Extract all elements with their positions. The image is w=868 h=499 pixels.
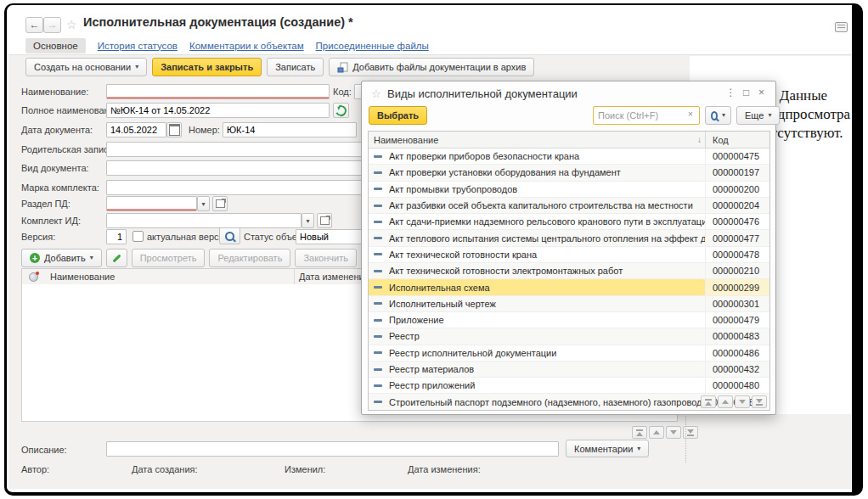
list-item[interactable]: Акт проверки приборов безопасности крана…: [369, 149, 769, 164]
favorite-star-icon[interactable]: ☆: [371, 87, 381, 100]
column-code[interactable]: Код: [705, 132, 769, 148]
catalog-item-icon: [374, 221, 382, 223]
go-next-button[interactable]: [666, 426, 681, 439]
version-input[interactable]: [106, 229, 127, 244]
table-nav-buttons: [632, 426, 698, 439]
set-mark-label: Марка комплекта:: [21, 182, 99, 193]
version-search-button[interactable]: [219, 227, 240, 244]
view-button[interactable]: Просмотреть: [132, 249, 206, 267]
tab-attached-files[interactable]: Присоединенные файлы: [316, 41, 429, 51]
search-icon: [225, 232, 234, 241]
edit-button[interactable]: Редактировать: [209, 249, 290, 267]
arrow-down-icon: [739, 400, 746, 404]
item-code: 000000478: [705, 247, 769, 262]
list-item[interactable]: Исполнительная схема000000299: [369, 278, 769, 294]
add-button[interactable]: + Добавить ▾: [21, 249, 102, 267]
list-item[interactable]: Акт теплового испытания системы централь…: [369, 229, 769, 245]
column-date-modified[interactable]: Дата изменения: [299, 272, 369, 282]
arrow-down-icon: [687, 429, 694, 434]
list-item[interactable]: Исполнительный чертеж000000301: [369, 295, 769, 311]
clear-search-icon[interactable]: ×: [688, 109, 693, 119]
catalog-item-icon: [374, 270, 382, 272]
list-item[interactable]: Акт промывки трубопроводов000000200: [369, 181, 769, 197]
actual-version-checkbox[interactable]: [132, 231, 144, 242]
refresh-button[interactable]: [333, 103, 349, 118]
pd-section-dropdown-button[interactable]: ▾: [197, 196, 210, 211]
item-name: Акт проверки установки оборудования на ф…: [389, 167, 705, 177]
item-code: 000000204: [705, 198, 769, 213]
item-code: 000000479: [705, 312, 769, 328]
go-first-button[interactable]: [632, 426, 647, 439]
pd-section-input[interactable]: [106, 196, 197, 211]
chevron-down-icon: ▾: [135, 64, 138, 70]
list-item[interactable]: Акт разбивки осей объекта капитального с…: [369, 197, 769, 213]
arrow-down-icon: [670, 430, 677, 435]
add-files-to-archive-button[interactable]: Добавить файлы документации в архив: [329, 58, 534, 76]
item-name: Акт сдачи-приемки надземного рельсового …: [389, 216, 705, 227]
description-input[interactable]: [106, 441, 559, 457]
forward-button[interactable]: →: [43, 17, 61, 33]
comments-button[interactable]: Комментарии ▾: [566, 440, 649, 457]
item-code: 000000475: [705, 149, 769, 164]
save-and-close-button[interactable]: Записать и закрыть: [152, 58, 262, 76]
name-label: Наименование:: [21, 87, 88, 97]
id-set-dropdown-button[interactable]: ▾: [302, 213, 314, 228]
item-code: 000000210: [705, 263, 769, 278]
tab-main[interactable]: Основное: [25, 38, 86, 53]
go-first-button[interactable]: [701, 395, 716, 408]
add-label: Добавить: [44, 253, 86, 263]
column-name[interactable]: Наименование: [50, 272, 115, 282]
search-input[interactable]: [593, 106, 700, 125]
maximize-icon[interactable]: □: [739, 86, 753, 100]
favorite-star-icon[interactable]: ☆: [66, 18, 77, 31]
finish-button[interactable]: Закончить: [295, 249, 357, 267]
dialog-menu-icon[interactable]: ⋮: [724, 86, 738, 100]
id-set-input[interactable]: [106, 213, 302, 228]
close-icon[interactable]: ×: [754, 86, 769, 100]
tab-object-comments[interactable]: Комментарии к объектам: [189, 41, 304, 51]
save-and-close-label: Записать и закрыть: [161, 62, 253, 72]
pd-section-open-button[interactable]: [212, 196, 228, 211]
catalog-item-icon: [374, 368, 382, 371]
go-next-button[interactable]: [735, 395, 750, 408]
form-settings-icon[interactable]: [835, 22, 848, 32]
calendar-button[interactable]: [166, 122, 182, 137]
column-name[interactable]: Наименование ↓: [369, 135, 705, 145]
list-item[interactable]: Акт проверки установки оборудования на ф…: [369, 164, 769, 180]
id-set-open-button[interactable]: [317, 213, 332, 228]
go-prev-button[interactable]: [718, 395, 733, 408]
item-name: Реестр материалов: [389, 364, 705, 374]
list-item[interactable]: Акт технической готовности электромонтаж…: [369, 262, 769, 278]
more-button[interactable]: Еще ▾: [736, 106, 780, 125]
item-name: Реестр приложений: [389, 380, 705, 390]
item-code: 000000483: [705, 328, 769, 344]
calendar-icon: [169, 124, 180, 136]
full-name-input[interactable]: [106, 103, 330, 118]
doc-kind-label: Вид документа:: [21, 163, 89, 173]
catalog-item-icon: [374, 286, 382, 289]
version-label: Версия:: [21, 232, 55, 242]
item-name: Исполнительная схема: [389, 283, 705, 293]
edit-pencil-button[interactable]: [106, 249, 127, 267]
list-item[interactable]: Акт технической готовности крана00000047…: [369, 246, 769, 262]
go-last-button[interactable]: [752, 395, 767, 408]
list-item[interactable]: Приложение000000479: [369, 311, 769, 328]
save-button[interactable]: Записать: [267, 58, 324, 76]
pd-section-label: Раздел ПД:: [21, 199, 70, 209]
search-button[interactable]: ▾: [705, 106, 731, 125]
view-label: Просмотреть: [140, 253, 197, 263]
tab-status-history[interactable]: История статусов: [98, 41, 178, 51]
list-item[interactable]: Реестр приложений000000480: [369, 377, 769, 393]
name-input[interactable]: [106, 84, 330, 99]
go-prev-button[interactable]: [649, 426, 664, 439]
back-button[interactable]: ←: [25, 17, 43, 33]
list-item[interactable]: Реестр исполнительной документации000000…: [369, 345, 769, 361]
list-item[interactable]: Реестр материалов000000432: [369, 361, 769, 377]
dialog-title: Виды исполнительной документации: [387, 87, 578, 100]
list-item[interactable]: Акт сдачи-приемки надземного рельсового …: [369, 213, 769, 229]
number-input[interactable]: [223, 122, 357, 137]
doc-date-input[interactable]: [106, 122, 166, 137]
list-item[interactable]: Реестр000000483: [369, 328, 769, 344]
create-based-on-button[interactable]: Создать на основании ▾: [25, 58, 147, 76]
select-button[interactable]: Выбрать: [369, 106, 427, 125]
